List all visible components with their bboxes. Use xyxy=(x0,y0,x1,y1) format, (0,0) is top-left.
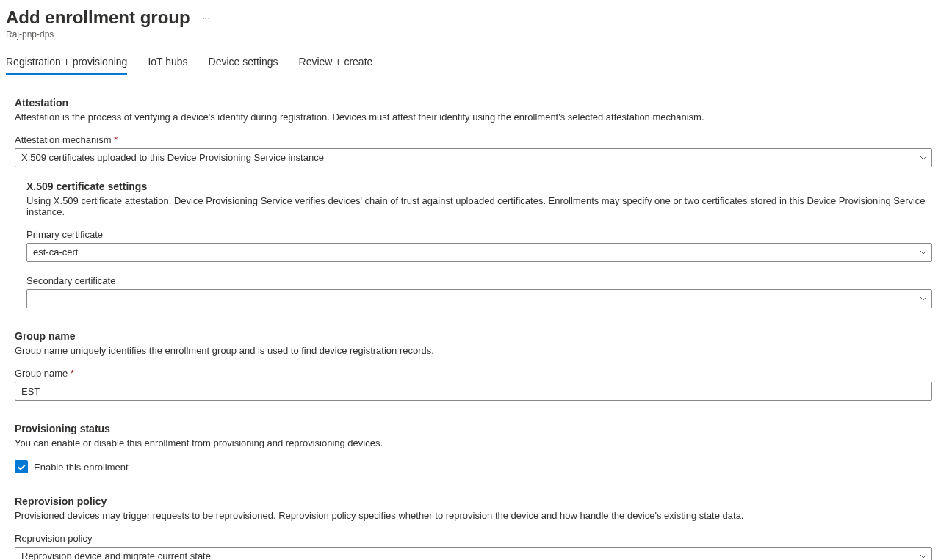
attestation-mechanism-label: Attestation mechanism * xyxy=(15,134,932,145)
attestation-heading: Attestation xyxy=(15,97,932,109)
provisioning-status-description: You can enable or disable this enrollmen… xyxy=(15,437,932,448)
tab-device-settings[interactable]: Device settings xyxy=(209,51,278,75)
attestation-mechanism-select[interactable]: X.509 certificates uploaded to this Devi… xyxy=(15,148,932,167)
more-actions-button[interactable]: ··· xyxy=(199,10,214,25)
reprovision-policy-description: Provisioned devices may trigger requests… xyxy=(15,510,932,521)
reprovision-policy-select[interactable]: Reprovision device and migrate current s… xyxy=(15,547,932,560)
attestation-description: Attestation is the process of verifying … xyxy=(15,112,932,123)
group-name-input[interactable] xyxy=(15,382,932,401)
tab-registration-provisioning[interactable]: Registration + provisioning xyxy=(6,51,127,75)
reprovision-policy-heading: Reprovision policy xyxy=(15,495,932,507)
tab-bar: Registration + provisioning IoT hubs Dev… xyxy=(6,51,932,75)
enable-enrollment-checkbox[interactable] xyxy=(15,460,28,473)
group-name-description: Group name uniquely identifies the enrol… xyxy=(15,345,932,356)
group-name-label: Group name * xyxy=(15,368,932,379)
tab-iot-hubs[interactable]: IoT hubs xyxy=(148,51,187,75)
primary-certificate-label: Primary certificate xyxy=(26,229,932,240)
x509-settings-heading: X.509 certificate settings xyxy=(26,181,932,192)
resource-subtitle: Raj-pnp-dps xyxy=(6,29,932,40)
reprovision-policy-label: Reprovision policy xyxy=(15,533,932,544)
x509-settings-description: Using X.509 certificate attestation, Dev… xyxy=(26,195,932,217)
secondary-certificate-label: Secondary certificate xyxy=(26,275,932,286)
secondary-certificate-select[interactable] xyxy=(26,289,932,308)
provisioning-status-heading: Provisioning status xyxy=(15,423,932,434)
primary-certificate-select[interactable]: est-ca-cert xyxy=(26,243,932,262)
tab-review-create[interactable]: Review + create xyxy=(299,51,373,75)
group-name-heading: Group name xyxy=(15,330,932,342)
enable-enrollment-label: Enable this enrollment xyxy=(34,462,129,473)
page-title: Add enrollment group xyxy=(6,7,190,28)
